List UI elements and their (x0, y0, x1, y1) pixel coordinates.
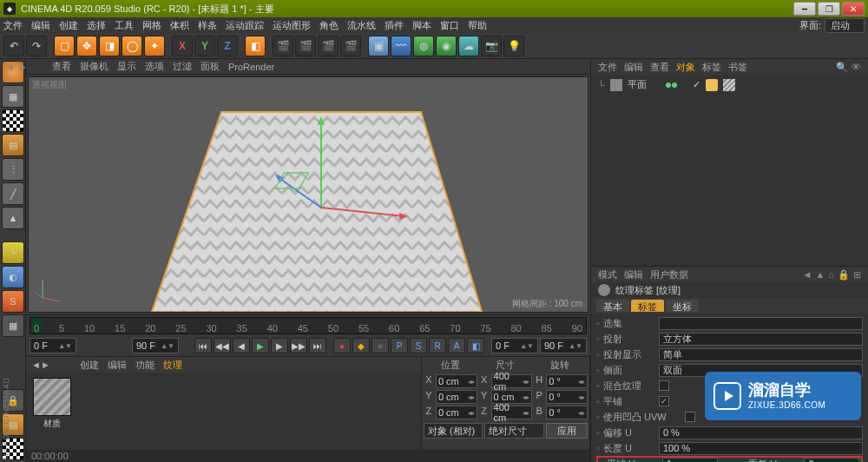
record-button[interactable]: ● (333, 338, 351, 353)
point-mode-button[interactable]: ⋮ (2, 158, 24, 181)
maximize-button[interactable]: ❐ (818, 2, 840, 16)
object-tree[interactable]: └ 平面 ✓ (591, 75, 868, 266)
view-options[interactable]: 选项 (145, 60, 164, 73)
menu-character[interactable]: 角色 (319, 19, 339, 32)
menu-mograph[interactable]: 运动图形 (273, 19, 311, 32)
attr-up-icon[interactable]: ▲ (815, 269, 825, 280)
cube-primitive-button[interactable]: ▣ (368, 36, 389, 56)
axis-x-toggle[interactable]: X (172, 36, 193, 56)
subtab-tag[interactable]: 标签 (631, 300, 664, 312)
viewport[interactable]: 透视视图 (28, 76, 589, 313)
redo-button[interactable]: ↷ (26, 36, 47, 56)
axis-z-toggle[interactable]: Z (217, 36, 238, 56)
phong-tag-icon[interactable] (706, 79, 718, 91)
attr-tileu-field[interactable]: 1 (662, 458, 718, 463)
attr-home-icon[interactable]: ⌂ (828, 269, 834, 280)
camera-button[interactable]: 📷 (481, 36, 502, 56)
coord-apply-button[interactable]: 应用 (546, 423, 588, 439)
next-frame-button[interactable]: ▶ (271, 338, 288, 353)
subtab-coord[interactable]: 坐标 (666, 300, 699, 312)
undo-button[interactable]: ↶ (3, 36, 24, 56)
coord-Z-size[interactable]: 400 cm◂▸ (491, 406, 533, 419)
mat-tab-texture[interactable]: 纹理 (163, 359, 182, 372)
objtab-tags[interactable]: 标签 (702, 61, 721, 74)
menu-window[interactable]: 窗口 (440, 19, 459, 32)
lasttool-button[interactable]: ✦ (144, 36, 165, 56)
keyframe-sel-button[interactable]: ○ (372, 338, 389, 353)
attr-tab-mode[interactable]: 模式 (598, 268, 617, 281)
material-preview[interactable] (33, 378, 71, 416)
current-frame-field[interactable]: 0 F▲▼ (491, 338, 538, 353)
axis-y-toggle[interactable]: Y (194, 36, 215, 56)
workplane2-button[interactable]: ▦ (2, 314, 24, 337)
deformer-button[interactable]: ◉ (436, 36, 457, 56)
menu-plugins[interactable]: 插件 (385, 19, 404, 32)
menu-volume[interactable]: 体积 (170, 19, 189, 32)
view-panel[interactable]: 面板 (201, 60, 220, 73)
spline-button[interactable]: 〰 (391, 36, 411, 56)
menu-pipeline[interactable]: 流水线 (347, 19, 376, 32)
goto-end-button[interactable]: ⏭ (309, 338, 326, 353)
start-frame-field[interactable]: 0 F▲▼ (30, 338, 76, 353)
material-item[interactable]: 材质 (31, 378, 73, 430)
rotate-tool[interactable]: ◯ (122, 36, 142, 56)
axis-button[interactable]: └ (2, 241, 24, 264)
attr-selection-field[interactable] (659, 317, 863, 330)
coord-P-rot[interactable]: 0 °◂▸ (546, 390, 588, 404)
key-scale-button[interactable]: S (410, 338, 427, 353)
object-name[interactable]: 平面 (628, 78, 647, 91)
render-pv-button[interactable]: 🎬 (318, 36, 339, 56)
polygon-mode-button[interactable]: ▲ (2, 207, 24, 229)
light-button[interactable]: 💡 (503, 36, 524, 56)
attr-new-icon[interactable]: ⊞ (853, 269, 861, 280)
attr-tab-userdata[interactable]: 用户数据 (650, 268, 688, 281)
menu-edit[interactable]: 编辑 (31, 19, 50, 32)
view-camera[interactable]: 摄像机 (80, 60, 108, 73)
workplane-button[interactable]: ▤ (2, 134, 24, 156)
menu-tools[interactable]: 工具 (115, 19, 134, 32)
eye-icon[interactable]: 👁 (852, 62, 861, 73)
attr-uvw-checkbox[interactable] (685, 412, 695, 422)
render-view-button[interactable]: 🎬 (273, 36, 293, 56)
end-frame-field[interactable]: 90 F▲▼ (132, 338, 179, 353)
objtab-edit[interactable]: 编辑 (624, 61, 643, 74)
menu-file[interactable]: 文件 (3, 19, 23, 32)
coord-size-dropdown[interactable]: 绝对尺寸 (484, 423, 544, 439)
objtab-objects[interactable]: 对象 (676, 61, 695, 74)
attr-offsetu-field[interactable]: 0 % (659, 426, 863, 439)
menu-motiontrack[interactable]: 运动跟踪 (226, 19, 264, 32)
coord-Z-pos[interactable]: 0 cm◂▸ (436, 406, 477, 419)
subtab-basic[interactable]: 基本 (596, 300, 629, 312)
coord-X-pos[interactable]: 0 cm◂▸ (436, 374, 477, 388)
move-tool[interactable]: ✥ (76, 36, 97, 56)
coord-H-rot[interactable]: 0 °◂▸ (546, 374, 588, 388)
coord-Y-pos[interactable]: 0 cm◂▸ (436, 390, 477, 404)
mat-next[interactable]: ► (41, 360, 50, 370)
attr-display-field[interactable]: 简单 (659, 348, 863, 361)
snap-button[interactable]: S (2, 290, 24, 313)
timeline-ruler[interactable]: 051015202530354045505560657075808590 (30, 317, 587, 334)
select-tool[interactable]: ▢ (54, 36, 75, 56)
environment-button[interactable]: ☁ (458, 36, 479, 56)
menu-help[interactable]: 帮助 (468, 19, 487, 32)
attr-tab-edit[interactable]: 编辑 (624, 268, 643, 281)
generator-button[interactable]: ◍ (413, 36, 434, 56)
attr-tile-checkbox[interactable] (659, 396, 669, 406)
edge-mode-button[interactable]: ╱ (2, 182, 24, 205)
scale-tool[interactable]: ◨ (99, 36, 120, 56)
prev-frame-button[interactable]: ◀ (233, 338, 250, 353)
attr-prev-icon[interactable]: ◄ (803, 269, 812, 280)
mat-tab-create[interactable]: 创建 (80, 359, 99, 372)
view-next[interactable]: ► (18, 62, 28, 72)
view-look[interactable]: 查看 (52, 60, 71, 73)
minimize-button[interactable]: ━ (793, 2, 816, 16)
duration-field[interactable]: 90 F▲▼ (540, 338, 587, 353)
render-settings-button[interactable]: 🎬 (340, 36, 361, 56)
view-prorender[interactable]: ProRender (228, 62, 274, 72)
menu-create[interactable]: 创建 (59, 19, 78, 32)
key-pos-button[interactable]: P (391, 338, 408, 353)
view-filter[interactable]: 过滤 (173, 60, 192, 73)
menu-script[interactable]: 脚本 (412, 19, 431, 32)
menu-mesh[interactable]: 网格 (142, 19, 161, 32)
plane-object[interactable] (126, 86, 490, 313)
